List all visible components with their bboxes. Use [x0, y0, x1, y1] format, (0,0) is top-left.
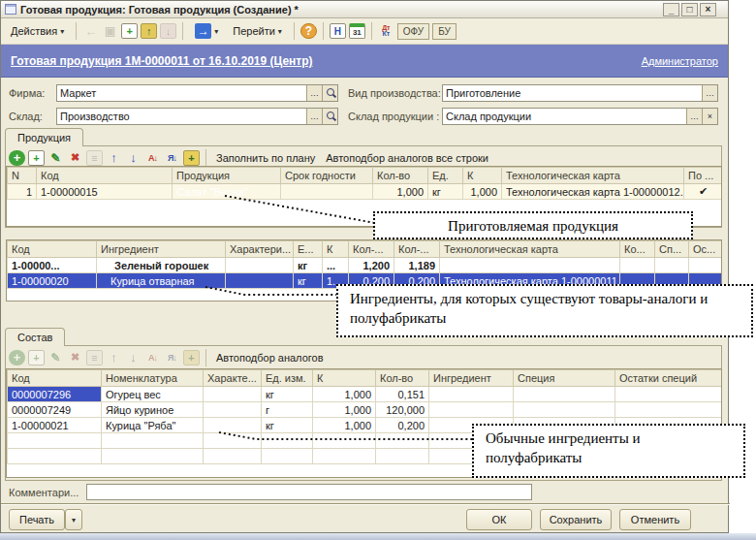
cell-ingredient[interactable]: Зеленый горошек — [97, 258, 226, 273]
cell-k[interactable]: 1,000 — [313, 418, 376, 433]
actions-menu-button[interactable]: Действия ▾ — [5, 22, 70, 40]
column-header[interactable]: Сп... — [655, 241, 689, 258]
cell-spice-rest[interactable] — [615, 402, 723, 418]
cell-sp[interactable] — [655, 258, 689, 273]
column-header[interactable]: Характе... — [204, 370, 262, 387]
product-warehouse-field[interactable]: Склад продукции … × — [442, 108, 718, 125]
column-header[interactable]: Характери... — [226, 241, 294, 258]
column-header[interactable]: По ... — [684, 168, 723, 184]
cell-ingredient[interactable] — [429, 387, 514, 402]
cell-nomenclature[interactable]: Курица "Ряба" — [102, 418, 204, 433]
dt-kt-postings-icon[interactable]: Дт Кт — [378, 23, 394, 39]
column-header[interactable]: Ингредиент — [429, 370, 514, 387]
cell-characteristic[interactable] — [204, 387, 262, 402]
goto-menu-button[interactable]: Перейти ▾ — [227, 22, 288, 40]
cell-ingredient[interactable]: Курица отварная — [97, 273, 226, 289]
cell-unit[interactable]: кг — [262, 387, 313, 402]
cell-nomenclature[interactable]: Яйцо куриное — [102, 402, 204, 418]
cell-k[interactable]: ... — [323, 258, 349, 273]
cell-k[interactable]: 1,000 — [463, 184, 502, 200]
sort-desc-icon[interactable]: Я↓ — [164, 150, 180, 166]
column-header[interactable]: Кол-во — [373, 168, 428, 184]
ofu-toggle-button[interactable]: ОФУ — [397, 23, 429, 40]
print-menu-button[interactable]: ▾ — [65, 509, 82, 530]
maximize-button[interactable]: □ — [681, 3, 698, 16]
cell-unit[interactable]: кг — [262, 418, 313, 433]
cell-n[interactable]: 1 — [8, 184, 37, 200]
column-header[interactable]: Ос... — [689, 241, 723, 258]
minimize-button[interactable]: _ — [663, 3, 679, 16]
add-row-icon[interactable]: + — [9, 150, 25, 166]
calendar-icon[interactable]: 31 — [349, 23, 365, 39]
column-header[interactable]: N — [8, 168, 37, 184]
cell-ko[interactable] — [620, 258, 655, 273]
column-header[interactable]: Код — [8, 370, 102, 387]
choose-button[interactable]: … — [702, 85, 717, 101]
column-header[interactable]: Ингредиент — [97, 241, 226, 258]
column-header[interactable]: Технологическая карта — [502, 168, 684, 184]
cell-qty-fact[interactable]: 1,189 — [394, 258, 440, 273]
tab-composition[interactable]: Состав — [5, 328, 65, 346]
cell-characteristic[interactable] — [226, 258, 294, 273]
help-icon[interactable]: ? — [300, 23, 317, 39]
column-header[interactable]: Остатки специй — [615, 370, 723, 387]
bu-toggle-button[interactable]: БУ — [432, 23, 457, 40]
column-header[interactable]: Технологическая карта — [440, 241, 620, 258]
sort-asc-icon[interactable]: А↓ — [144, 150, 161, 166]
warehouse-field[interactable]: Производство … — [56, 108, 338, 125]
cell-code-selected[interactable]: 0000007296 — [8, 387, 102, 402]
cell-code[interactable]: 1-00000... — [8, 258, 97, 273]
cell-qty[interactable]: 0,151 — [376, 387, 429, 402]
comment-input[interactable] — [86, 484, 532, 500]
open-button[interactable] — [322, 85, 337, 101]
choose-button[interactable]: … — [306, 109, 322, 124]
cell-characteristic[interactable] — [226, 273, 294, 289]
cell-qty[interactable]: 1,000 — [373, 184, 428, 200]
subordination-structure-icon[interactable]: Н — [330, 23, 346, 39]
column-header[interactable]: К — [463, 168, 502, 184]
cell-qty[interactable]: 0,200 — [376, 418, 429, 433]
cell-shelf-life[interactable] — [281, 184, 373, 200]
column-header[interactable]: Ко... — [620, 241, 655, 258]
print-button[interactable]: Печать — [9, 509, 65, 530]
autoselect-analogs-button[interactable]: Автоподбор аналогов — [212, 350, 328, 365]
cell-product-selected[interactable]: Салат "Весна" — [173, 184, 281, 200]
move-up-icon[interactable]: ↑ — [106, 150, 122, 166]
cell-k[interactable]: 1,000 — [313, 402, 376, 418]
cell-spice[interactable] — [514, 387, 615, 402]
cell-unit[interactable]: кг — [428, 184, 463, 200]
column-header[interactable]: Е... — [294, 241, 323, 258]
column-header[interactable]: Ед. изм. — [262, 370, 313, 387]
close-button[interactable]: × — [700, 3, 716, 16]
cell-ingredient[interactable] — [429, 402, 514, 418]
document-title-link[interactable]: Готовая продукция 1М-0000011 от 16.10.20… — [11, 54, 313, 68]
column-header[interactable]: Код — [8, 241, 97, 258]
cell-spice-rest[interactable] — [615, 387, 723, 402]
clear-button[interactable]: × — [702, 109, 717, 124]
column-header[interactable]: К — [323, 241, 349, 258]
cell-qty[interactable]: 120,000 — [376, 402, 429, 418]
cell-code[interactable]: 1-00000020 — [8, 273, 97, 289]
cell-characteristic[interactable] — [204, 402, 262, 418]
fill-by-plan-button[interactable]: Заполнить по плану — [212, 150, 319, 166]
column-header[interactable]: Кол-... — [349, 241, 394, 258]
open-button[interactable] — [322, 109, 337, 124]
cell-unit[interactable]: г — [262, 402, 313, 418]
column-header[interactable]: Код — [37, 168, 173, 184]
choose-button[interactable]: … — [306, 85, 322, 101]
user-link[interactable]: Администратор — [642, 55, 718, 67]
load-icon[interactable]: ↑ — [141, 23, 157, 39]
move-down-icon[interactable]: ↓ — [125, 150, 142, 166]
cell-code[interactable]: 1-00000021 — [8, 418, 102, 433]
transfer-button[interactable]: → ▾ — [189, 20, 224, 42]
ok-button[interactable]: ОК — [466, 509, 532, 530]
tab-products[interactable]: Продукция — [5, 128, 83, 146]
cell-unit[interactable]: кг — [294, 258, 323, 273]
cell-qty-plan[interactable]: 1,200 — [349, 258, 394, 273]
choose-button[interactable]: … — [686, 109, 702, 124]
column-header[interactable]: Кол-во — [376, 370, 429, 387]
column-header[interactable]: Номенклатура — [102, 370, 204, 387]
cell-nomenclature[interactable]: Огурец вес — [102, 387, 204, 402]
cell-tech-card[interactable] — [440, 258, 620, 273]
column-header[interactable]: Срок годности — [281, 168, 373, 184]
